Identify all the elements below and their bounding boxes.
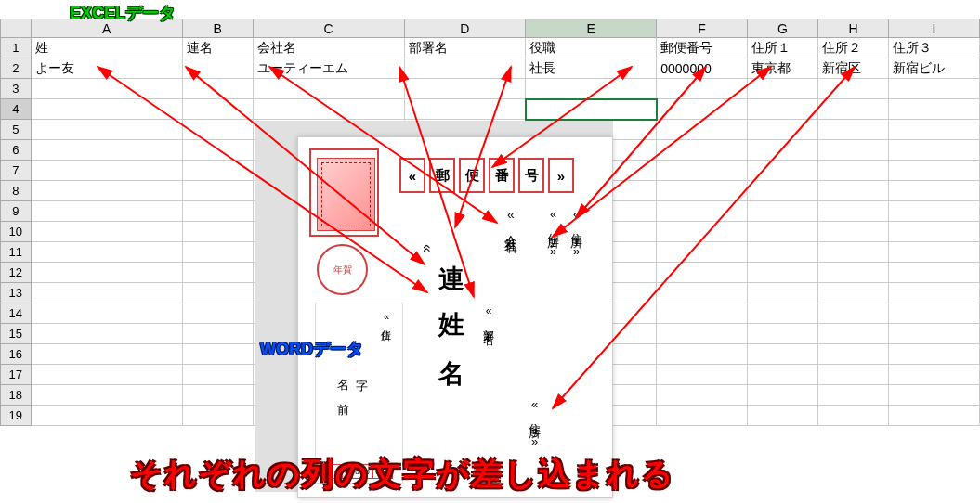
cell[interactable] (182, 181, 253, 201)
cell[interactable]: 住所２ (818, 38, 889, 58)
cell[interactable] (182, 161, 253, 181)
cell[interactable] (31, 120, 182, 140)
cell[interactable] (657, 181, 748, 201)
row-header[interactable]: 19 (1, 406, 32, 426)
cell[interactable] (31, 201, 182, 222)
cell[interactable] (748, 201, 818, 222)
cell[interactable] (748, 120, 818, 140)
cell[interactable] (818, 406, 889, 426)
cell[interactable] (31, 242, 182, 263)
cell[interactable]: 役職 (526, 38, 657, 58)
column-header[interactable]: E (526, 19, 657, 38)
cell[interactable] (657, 365, 748, 385)
cell[interactable] (748, 344, 818, 365)
cell[interactable] (889, 201, 980, 222)
cell[interactable] (889, 161, 980, 181)
cell[interactable] (31, 263, 182, 283)
cell[interactable] (31, 99, 182, 120)
cell[interactable] (182, 222, 253, 242)
cell[interactable] (748, 263, 818, 283)
cell[interactable] (748, 161, 818, 181)
cell[interactable] (657, 140, 748, 161)
cell[interactable]: 0000000 (657, 58, 748, 79)
row-header[interactable]: 9 (1, 201, 32, 222)
cell[interactable] (889, 283, 980, 303)
cell[interactable]: 住所３ (889, 38, 980, 58)
row-header[interactable]: 12 (1, 263, 32, 283)
cell[interactable]: 郵便番号 (657, 38, 748, 58)
cell[interactable] (657, 161, 748, 181)
cell[interactable] (889, 181, 980, 201)
cell[interactable] (182, 344, 253, 365)
cell[interactable] (31, 365, 182, 385)
cell[interactable] (889, 406, 980, 426)
cell[interactable] (889, 140, 980, 161)
cell[interactable] (818, 324, 889, 344)
cell[interactable] (31, 344, 182, 365)
cell[interactable] (657, 385, 748, 406)
cell[interactable] (657, 222, 748, 242)
row-header[interactable]: 3 (1, 79, 32, 99)
cell[interactable] (748, 385, 818, 406)
row-header[interactable]: 8 (1, 181, 32, 201)
cell[interactable] (748, 242, 818, 263)
cell[interactable] (657, 406, 748, 426)
cell[interactable] (748, 181, 818, 201)
row-header[interactable]: 16 (1, 344, 32, 365)
cell[interactable] (31, 406, 182, 426)
row-header[interactable]: 17 (1, 365, 32, 385)
cell[interactable] (818, 222, 889, 242)
cell[interactable] (657, 303, 748, 324)
column-header[interactable]: D (404, 19, 525, 38)
cell[interactable] (889, 365, 980, 385)
cell[interactable] (182, 140, 253, 161)
cell[interactable]: 住所１ (748, 38, 818, 58)
row-header[interactable]: 18 (1, 385, 32, 406)
row-header[interactable]: 5 (1, 120, 32, 140)
cell[interactable] (31, 385, 182, 406)
cell[interactable] (657, 283, 748, 303)
column-header[interactable]: C (253, 19, 404, 38)
cell[interactable] (748, 99, 818, 120)
cell[interactable] (748, 283, 818, 303)
cell[interactable] (818, 120, 889, 140)
cell[interactable] (657, 99, 748, 120)
cell[interactable] (182, 99, 253, 120)
cell[interactable] (818, 181, 889, 201)
cell[interactable] (818, 99, 889, 120)
cell[interactable] (404, 79, 525, 99)
cell[interactable]: 東京都 (748, 58, 818, 79)
cell[interactable] (748, 365, 818, 385)
cell[interactable]: よー友 (31, 58, 182, 79)
cell[interactable] (253, 99, 404, 120)
column-header[interactable]: F (657, 19, 748, 38)
cell[interactable] (526, 79, 657, 99)
row-header[interactable]: 13 (1, 283, 32, 303)
cell[interactable] (526, 99, 657, 120)
cell[interactable] (748, 406, 818, 426)
row-header[interactable]: 4 (1, 99, 32, 120)
cell[interactable] (182, 242, 253, 263)
cell[interactable] (253, 79, 404, 99)
cell[interactable] (657, 344, 748, 365)
cell[interactable] (818, 140, 889, 161)
cell[interactable] (404, 99, 525, 120)
cell[interactable] (889, 303, 980, 324)
cell[interactable] (889, 222, 980, 242)
cell[interactable] (818, 303, 889, 324)
row-header[interactable]: 7 (1, 161, 32, 181)
cell[interactable]: 会社名 (253, 38, 404, 58)
cell[interactable]: 姓 (31, 38, 182, 58)
cell[interactable] (182, 324, 253, 344)
cell[interactable] (818, 263, 889, 283)
cell[interactable]: 新宿ビル (889, 58, 980, 79)
cell[interactable] (818, 201, 889, 222)
cell[interactable] (889, 263, 980, 283)
cell[interactable] (31, 222, 182, 242)
cell[interactable] (818, 365, 889, 385)
cell[interactable] (182, 120, 253, 140)
cell[interactable] (657, 324, 748, 344)
row-header[interactable]: 6 (1, 140, 32, 161)
cell[interactable] (182, 406, 253, 426)
cell[interactable] (31, 324, 182, 344)
